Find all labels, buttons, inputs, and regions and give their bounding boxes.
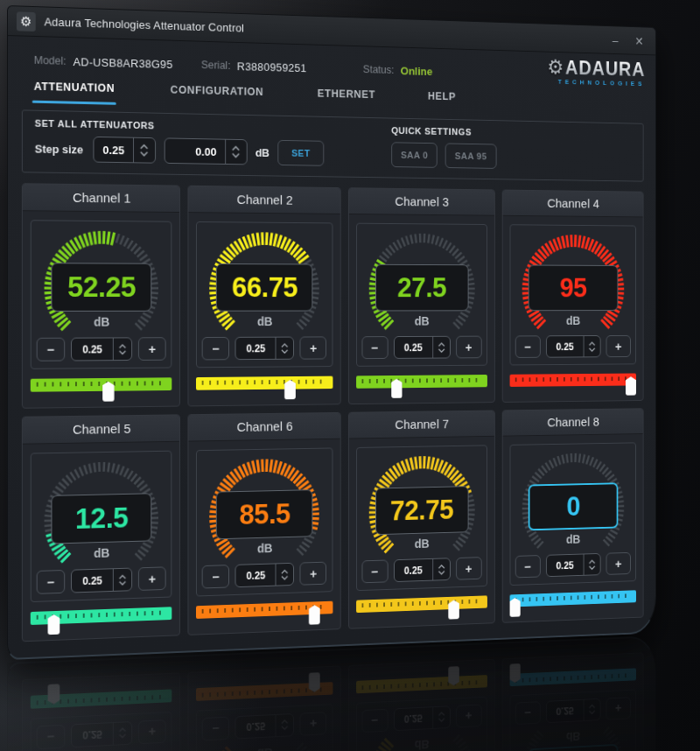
step-size-spinner[interactable] bbox=[113, 338, 131, 360]
channel-card-3: Channel 327.5dB−0.25+ bbox=[347, 187, 494, 404]
db-unit-label: dB bbox=[357, 314, 486, 328]
db-unit-label: dB bbox=[256, 146, 270, 159]
window-body: Model: AD-USB8AR38G95 Serial: R388095925… bbox=[8, 36, 655, 658]
step-size-input[interactable]: 0.25 bbox=[546, 335, 601, 358]
attenuation-value-display[interactable]: 27.5 bbox=[375, 264, 468, 312]
decrement-button[interactable]: − bbox=[515, 555, 541, 578]
step-size-value[interactable]: 0.25 bbox=[395, 337, 432, 358]
attenuation-value-display[interactable]: 52.25 bbox=[52, 263, 152, 312]
step-size-input[interactable]: 0.25 bbox=[394, 336, 451, 359]
step-size-input[interactable]: 0.25 bbox=[546, 553, 601, 577]
db-unit-label: dB bbox=[197, 314, 332, 328]
step-size-input[interactable]: 0.25 bbox=[394, 558, 451, 582]
attenuation-value-display[interactable]: 72.75 bbox=[375, 486, 468, 535]
attenuation-value-display[interactable]: 95 bbox=[528, 265, 619, 312]
spinner-chevrons-icon bbox=[281, 567, 290, 581]
channel-title: Channel 3 bbox=[348, 188, 494, 215]
attenuation-slider[interactable] bbox=[509, 369, 636, 398]
increment-button[interactable]: + bbox=[300, 336, 327, 359]
channel-title: Channel 4 bbox=[502, 191, 642, 218]
channel-card-4: Channel 495dB−0.25+ bbox=[502, 190, 644, 403]
set-button[interactable]: SET bbox=[277, 140, 324, 166]
step-size-value[interactable]: 0.25 bbox=[72, 338, 113, 360]
step-size-input[interactable]: 0.25 bbox=[71, 337, 132, 361]
step-size-input[interactable]: 0.25 bbox=[71, 568, 132, 593]
step-size-spinner[interactable] bbox=[133, 138, 155, 163]
decrement-button[interactable]: − bbox=[202, 565, 229, 588]
step-size-value[interactable]: 0.25 bbox=[94, 137, 133, 162]
decrement-button[interactable]: − bbox=[361, 336, 388, 359]
gauge-panel: 27.5dB−0.25+ bbox=[356, 223, 487, 367]
attenuation-value-display[interactable]: 12.5 bbox=[52, 493, 152, 544]
slider-thumb[interactable] bbox=[102, 382, 115, 402]
step-size-spinner[interactable] bbox=[113, 569, 131, 591]
increment-button[interactable]: + bbox=[606, 552, 630, 575]
increment-button[interactable]: + bbox=[300, 562, 327, 586]
decrement-button[interactable]: − bbox=[37, 338, 65, 361]
step-controls: −0.25+ bbox=[510, 335, 635, 358]
attenuation-slider[interactable] bbox=[31, 373, 172, 404]
attenuation-slider[interactable] bbox=[356, 370, 487, 400]
slider-thumb[interactable] bbox=[626, 376, 636, 395]
increment-button[interactable]: + bbox=[606, 335, 630, 357]
gauge-panel: 12.5dB−0.25+ bbox=[31, 451, 172, 602]
step-size-value[interactable]: 0.25 bbox=[547, 336, 584, 357]
saa-95-button[interactable]: SAA 95 bbox=[445, 143, 496, 168]
set-value[interactable]: 0.00 bbox=[164, 138, 225, 164]
step-size-value[interactable]: 0.25 bbox=[547, 554, 584, 576]
step-controls: −0.25+ bbox=[197, 336, 332, 360]
decrement-button[interactable]: − bbox=[515, 335, 541, 358]
channel-card-8: Channel 80dB−0.25+ bbox=[502, 408, 644, 623]
minimize-button[interactable]: – bbox=[612, 33, 619, 46]
tab-ethernet[interactable]: ETHERNET bbox=[318, 88, 375, 111]
attenuation-slider[interactable] bbox=[509, 586, 636, 619]
app-gear-icon: ⚙ bbox=[17, 11, 36, 32]
step-size-spinner[interactable] bbox=[276, 564, 294, 586]
set-value-spinner[interactable] bbox=[225, 140, 247, 165]
tab-configuration[interactable]: CONFIGURATION bbox=[171, 84, 263, 109]
step-size-value[interactable]: 0.25 bbox=[236, 564, 276, 586]
slider-thumb[interactable] bbox=[448, 600, 459, 619]
step-size-spinner[interactable] bbox=[584, 554, 600, 575]
spinner-chevrons-icon bbox=[231, 144, 241, 160]
attenuation-value-display[interactable]: 66.75 bbox=[216, 263, 313, 312]
decrement-button[interactable]: − bbox=[202, 337, 229, 361]
gauge-panel: 66.75dB−0.25+ bbox=[196, 221, 332, 368]
db-unit-label: dB bbox=[510, 314, 635, 327]
slider-thumb[interactable] bbox=[509, 598, 520, 617]
decrement-button[interactable]: − bbox=[361, 559, 388, 583]
step-size-spinner[interactable] bbox=[432, 558, 450, 579]
close-button[interactable]: ✕ bbox=[634, 34, 643, 47]
slider-thumb[interactable] bbox=[284, 380, 296, 399]
step-size-input[interactable]: 0.25 bbox=[94, 137, 156, 164]
step-size-input[interactable]: 0.25 bbox=[235, 563, 294, 587]
step-size-value[interactable]: 0.25 bbox=[395, 559, 432, 581]
model-label: Model: bbox=[34, 54, 66, 67]
step-size-spinner[interactable] bbox=[584, 336, 600, 356]
step-size-spinner[interactable] bbox=[276, 338, 294, 359]
attenuation-slider[interactable] bbox=[196, 372, 332, 403]
increment-button[interactable]: + bbox=[456, 557, 481, 580]
tab-attenuation[interactable]: ATTENUATION bbox=[34, 81, 115, 105]
attenuation-slider[interactable] bbox=[196, 597, 332, 631]
attenuation-value-display[interactable]: 85.5 bbox=[216, 489, 313, 539]
step-size-spinner[interactable] bbox=[432, 337, 450, 358]
adaura-logo: ⚙ ADAURA TECHNOLOGIES bbox=[546, 57, 646, 87]
increment-button[interactable]: + bbox=[138, 337, 166, 361]
tab-help[interactable]: HELP bbox=[428, 90, 456, 112]
gauge-panel: 95dB−0.25+ bbox=[509, 224, 636, 365]
slider-thumb[interactable] bbox=[309, 605, 320, 625]
attenuation-value-display[interactable]: 0 bbox=[528, 482, 619, 530]
attenuation-slider[interactable] bbox=[31, 602, 172, 637]
saa-0-button[interactable]: SAA 0 bbox=[391, 142, 438, 168]
increment-button[interactable]: + bbox=[138, 566, 166, 591]
step-size-value[interactable]: 0.25 bbox=[72, 569, 113, 592]
step-size-value[interactable]: 0.25 bbox=[236, 338, 276, 360]
set-value-input[interactable]: 0.00 bbox=[164, 137, 247, 165]
decrement-button[interactable]: − bbox=[37, 570, 65, 594]
increment-button[interactable]: + bbox=[456, 336, 481, 359]
attenuation-slider[interactable] bbox=[356, 592, 487, 625]
slider-thumb[interactable] bbox=[391, 379, 402, 398]
step-size-input[interactable]: 0.25 bbox=[235, 337, 294, 361]
slider-thumb[interactable] bbox=[48, 614, 60, 635]
